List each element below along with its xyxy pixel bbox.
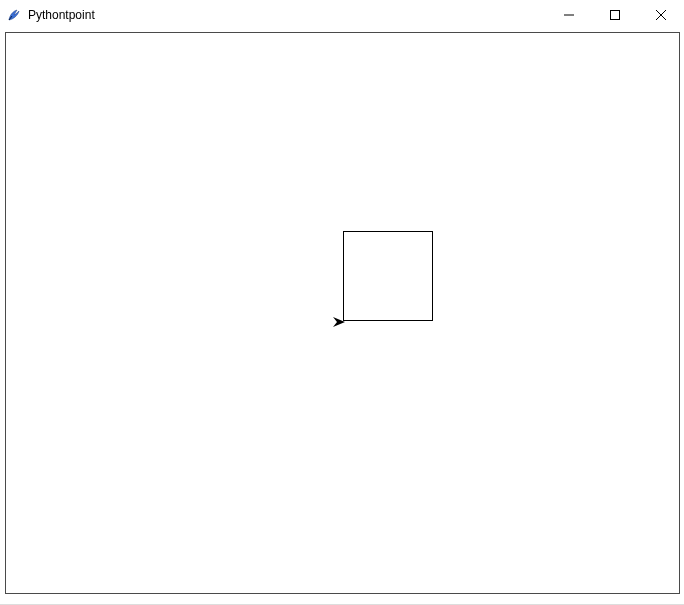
drawn-square [343,231,433,321]
titlebar[interactable]: Pythontpoint [0,0,684,30]
turtle-cursor-icon [333,316,345,326]
svg-marker-4 [333,317,345,327]
close-button[interactable] [638,0,684,30]
feather-icon [6,7,22,23]
client-area [0,30,684,604]
turtle-canvas-frame [5,32,680,594]
maximize-button[interactable] [592,0,638,30]
window-controls [546,0,684,30]
svg-rect-1 [611,11,620,20]
window-title: Pythontpoint [28,8,95,22]
turtle-canvas [6,33,679,593]
app-window: Pythontpoint [0,0,684,605]
minimize-button[interactable] [546,0,592,30]
